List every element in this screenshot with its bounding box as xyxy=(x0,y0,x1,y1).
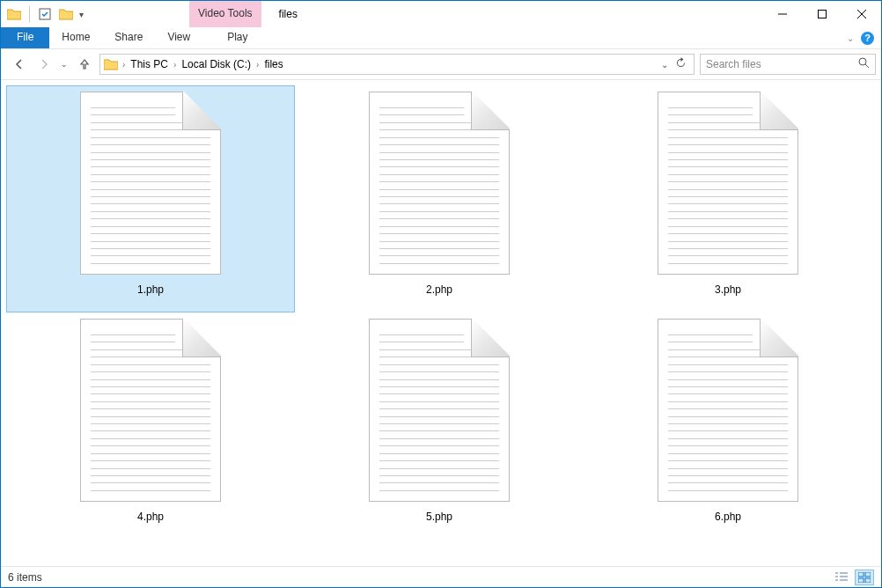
separator xyxy=(29,6,30,22)
file-name: 2.php xyxy=(426,283,452,296)
properties-icon[interactable] xyxy=(37,6,53,22)
close-button[interactable] xyxy=(842,1,881,27)
folder-icon xyxy=(6,6,22,22)
svg-rect-6 xyxy=(865,578,871,583)
navigation-bar: ⌄ › This PC › Local Disk (C:) › files ⌄ … xyxy=(1,49,881,80)
tab-view[interactable]: View xyxy=(155,27,202,48)
svg-rect-3 xyxy=(858,572,864,577)
item-count: 6 items xyxy=(8,571,42,584)
tab-file[interactable]: File xyxy=(1,27,49,48)
svg-rect-4 xyxy=(865,572,871,577)
file-thumbnail xyxy=(369,319,510,502)
large-icons-view-button[interactable] xyxy=(855,570,874,585)
search-placeholder: Search files xyxy=(706,58,761,70)
new-folder-icon[interactable] xyxy=(58,6,74,22)
chevron-right-icon[interactable]: › xyxy=(254,60,261,70)
file-name: 1.php xyxy=(137,283,164,296)
file-item[interactable]: 4.php xyxy=(6,312,295,540)
titlebar: ▾ Video Tools files xyxy=(1,1,881,27)
back-button[interactable] xyxy=(10,55,29,74)
window-controls xyxy=(762,1,881,27)
file-thumbnail xyxy=(658,92,798,275)
file-name: 6.php xyxy=(715,511,741,523)
svg-rect-5 xyxy=(858,578,864,583)
folder-icon xyxy=(103,56,119,72)
file-item[interactable]: 1.php xyxy=(6,85,295,312)
breadcrumb-item[interactable]: files xyxy=(261,58,286,70)
breadcrumb-item[interactable]: This PC xyxy=(127,58,172,70)
up-button[interactable] xyxy=(75,55,94,74)
svg-point-2 xyxy=(859,58,866,65)
file-item[interactable]: 2.php xyxy=(295,85,584,312)
chevron-right-icon[interactable]: › xyxy=(172,60,178,70)
maximize-button[interactable] xyxy=(802,1,842,27)
address-bar[interactable]: › This PC › Local Disk (C:) › files ⌄ xyxy=(99,54,695,75)
search-input[interactable]: Search files xyxy=(700,54,876,75)
recent-locations-dropdown[interactable]: ⌄ xyxy=(59,55,70,74)
file-list: 1.php2.php3.php4.php5.php6.php xyxy=(1,80,881,566)
file-item[interactable]: 6.php xyxy=(584,312,872,540)
file-name: 5.php xyxy=(426,511,452,523)
ribbon-expand-icon[interactable]: ⌄ xyxy=(847,33,854,43)
file-item[interactable]: 3.php xyxy=(584,85,872,312)
quick-access-toolbar: ▾ xyxy=(1,1,84,27)
search-icon[interactable] xyxy=(858,57,870,71)
file-thumbnail xyxy=(369,92,510,275)
svg-rect-1 xyxy=(818,11,826,18)
tab-home[interactable]: Home xyxy=(49,27,102,48)
file-thumbnail xyxy=(80,92,221,275)
tab-play[interactable]: Play xyxy=(215,27,260,48)
address-dropdown-icon[interactable]: ⌄ xyxy=(661,60,668,70)
file-name: 4.php xyxy=(137,511,164,523)
contextual-tab-group: Video Tools xyxy=(189,1,261,27)
ribbon-tabs: File Home Share View Play ⌄ ? xyxy=(1,27,881,49)
chevron-right-icon[interactable]: › xyxy=(121,60,127,70)
file-item[interactable]: 5.php xyxy=(295,312,584,540)
forward-button[interactable] xyxy=(34,55,54,74)
help-icon[interactable]: ? xyxy=(861,32,874,45)
qat-dropdown-icon[interactable]: ▾ xyxy=(79,10,84,19)
file-thumbnail xyxy=(658,319,798,502)
file-name: 3.php xyxy=(715,283,741,296)
window-title: files xyxy=(261,8,298,20)
file-thumbnail xyxy=(80,319,221,502)
breadcrumb-item[interactable]: Local Disk (C:) xyxy=(178,58,254,70)
refresh-icon[interactable] xyxy=(675,56,687,72)
status-bar: 6 items xyxy=(1,566,881,587)
details-view-button[interactable] xyxy=(832,570,851,585)
tab-share[interactable]: Share xyxy=(102,27,155,48)
minimize-button[interactable] xyxy=(762,1,802,27)
